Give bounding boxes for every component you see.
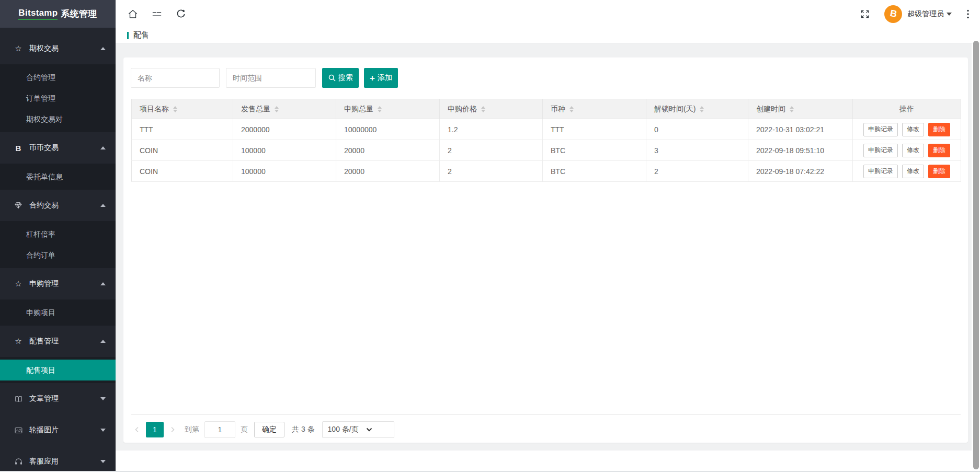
sidebar-group-3[interactable]: ☆申购管理 xyxy=(0,268,116,299)
confirm-page-button[interactable]: 确定 xyxy=(254,422,284,437)
more-menu-icon[interactable] xyxy=(964,9,972,19)
table-actions-cell: 申购记录修改删除 xyxy=(853,140,961,161)
edit-button[interactable]: 修改 xyxy=(902,144,924,157)
sidebar-group-2[interactable]: 合约交易 xyxy=(0,190,116,221)
time-range-input[interactable] xyxy=(226,68,316,88)
search-button[interactable]: 搜索 xyxy=(322,68,359,88)
table-cell: 2 xyxy=(440,161,543,182)
sidebar-group-0[interactable]: ☆期权交易 xyxy=(0,33,116,64)
table-cell: 2022-10-31 03:02:21 xyxy=(748,119,853,140)
sidebar-submenu-0: 合约管理订单管理期权交易对 xyxy=(0,64,116,132)
table-body: TTT2000000100000001.2TTT02022-10-31 03:0… xyxy=(132,119,961,182)
table-cell: 2022-09-18 07:42:22 xyxy=(748,161,853,182)
per-page-select[interactable]: 100 条/页 xyxy=(322,421,394,438)
current-page-button[interactable]: 1 xyxy=(146,422,164,437)
chevron-down-icon xyxy=(100,397,106,400)
sidebar-group-6[interactable]: 轮播图片 xyxy=(0,414,116,446)
table-cell: COIN xyxy=(132,140,233,161)
add-button[interactable]: + 添加 xyxy=(364,68,398,88)
sidebar-item[interactable]: 期权交易对 xyxy=(0,109,116,130)
delete-button[interactable]: 删除 xyxy=(928,123,950,136)
per-page-selected-label: 100 条/页 xyxy=(328,425,359,434)
table-row: TTT2000000100000001.2TTT02022-10-31 03:0… xyxy=(132,119,961,140)
fullscreen-icon[interactable] xyxy=(859,8,871,20)
column-header-label: 操作 xyxy=(899,105,914,114)
sort-icon[interactable] xyxy=(790,106,794,112)
subscription-record-button[interactable]: 申购记录 xyxy=(863,165,898,178)
table-cell: 2 xyxy=(440,140,543,161)
column-header[interactable]: 申购价格 xyxy=(440,99,543,119)
chevron-up-icon xyxy=(100,340,106,343)
column-header[interactable]: 解锁时间(天) xyxy=(646,99,748,119)
sidebar-group-label: 客服应用 xyxy=(29,457,59,466)
sort-icon[interactable] xyxy=(378,106,382,112)
subscription-record-button[interactable]: 申购记录 xyxy=(863,123,898,136)
vertical-scrollbar[interactable] xyxy=(973,41,979,469)
edit-button[interactable]: 修改 xyxy=(902,123,924,136)
table-row: COIN100000200002BTC22022-09-18 07:42:22申… xyxy=(132,161,961,182)
sidebar-submenu-1: 委托单信息 xyxy=(0,164,116,190)
sidebar-item[interactable]: 合约管理 xyxy=(0,67,116,88)
sort-icon[interactable] xyxy=(569,106,574,112)
sort-icon[interactable] xyxy=(700,106,704,112)
sort-icon[interactable] xyxy=(275,106,279,112)
delete-button[interactable]: 删除 xyxy=(928,144,950,157)
plus-icon: + xyxy=(370,74,375,83)
sidebar-group-5[interactable]: 文章管理 xyxy=(0,383,116,414)
table-actions-cell: 申购记录修改删除 xyxy=(853,161,961,182)
refresh-icon[interactable] xyxy=(175,8,187,20)
book-icon xyxy=(13,395,24,403)
table-cell: 3 xyxy=(646,140,748,161)
user-menu[interactable]: 超级管理员 xyxy=(907,9,952,19)
column-header[interactable]: 发售总量 xyxy=(233,99,336,119)
sidebar-submenu-3: 申购项目 xyxy=(0,299,116,326)
sidebar-item[interactable]: 订单管理 xyxy=(0,88,116,109)
sidebar-group-label: 期权交易 xyxy=(29,44,59,53)
star-icon: ☆ xyxy=(13,337,24,346)
chevron-up-icon xyxy=(100,146,106,149)
column-header[interactable]: 币种 xyxy=(543,99,646,119)
column-header[interactable]: 项目名称 xyxy=(132,99,233,119)
gem-icon xyxy=(13,201,24,210)
sort-icon[interactable] xyxy=(481,106,485,112)
table-cell: 20000 xyxy=(336,161,440,182)
select-caret-icon xyxy=(366,428,372,432)
name-filter-input[interactable] xyxy=(131,68,220,88)
sidebar-item[interactable]: 申购项目 xyxy=(0,302,116,323)
table-header-row: 项目名称发售总量申购总量申购价格币种解锁时间(天)创建时间操作 xyxy=(132,99,961,119)
chevron-up-icon xyxy=(100,204,106,207)
table-cell: 100000 xyxy=(233,140,336,161)
collapse-menu-icon[interactable] xyxy=(151,8,163,20)
goto-page-input[interactable] xyxy=(204,421,235,438)
chevron-down-icon xyxy=(947,13,952,16)
column-header-label: 解锁时间(天) xyxy=(654,105,696,114)
subscription-record-button[interactable]: 申购记录 xyxy=(863,144,898,157)
prev-page-icon[interactable] xyxy=(133,422,141,437)
sidebar-item[interactable]: 合约订单 xyxy=(0,245,116,266)
header-left-icons xyxy=(127,0,187,28)
delete-button[interactable]: 删除 xyxy=(928,165,950,178)
home-icon[interactable] xyxy=(127,8,139,20)
table-cell: 2 xyxy=(646,161,748,182)
sidebar-item[interactable]: 杠杆倍率 xyxy=(0,224,116,245)
table-row: COIN100000200002BTC32022-09-18 09:51:10申… xyxy=(132,140,961,161)
sidebar-group-4[interactable]: ☆配售管理 xyxy=(0,326,116,357)
sort-icon[interactable] xyxy=(173,106,177,112)
sidebar-group-1[interactable]: B币币交易 xyxy=(0,132,116,164)
sidebar-group-7[interactable]: 客服应用 xyxy=(0,446,116,473)
edit-button[interactable]: 修改 xyxy=(902,165,924,178)
sidebar-item-active[interactable]: 配售项目 xyxy=(0,360,116,380)
chevron-down-icon xyxy=(100,429,106,432)
column-header: 操作 xyxy=(853,99,961,119)
table-cell: 100000 xyxy=(233,161,336,182)
column-header[interactable]: 创建时间 xyxy=(748,99,853,119)
table-cell: BTC xyxy=(543,140,646,161)
column-header[interactable]: 申购总量 xyxy=(336,99,440,119)
brand-suffix: 系统管理 xyxy=(61,8,97,20)
next-page-icon[interactable] xyxy=(169,422,176,437)
main-card: 搜索 + 添加 项目名称发售总量申购总量申购价格币种解锁时间(天)创建时间操作 … xyxy=(123,57,968,443)
user-avatar-bitcoin[interactable]: B xyxy=(884,5,902,23)
table-cell: 20000 xyxy=(336,140,440,161)
sidebar-item[interactable]: 委托单信息 xyxy=(0,166,116,187)
table-cell: 0 xyxy=(646,119,748,140)
